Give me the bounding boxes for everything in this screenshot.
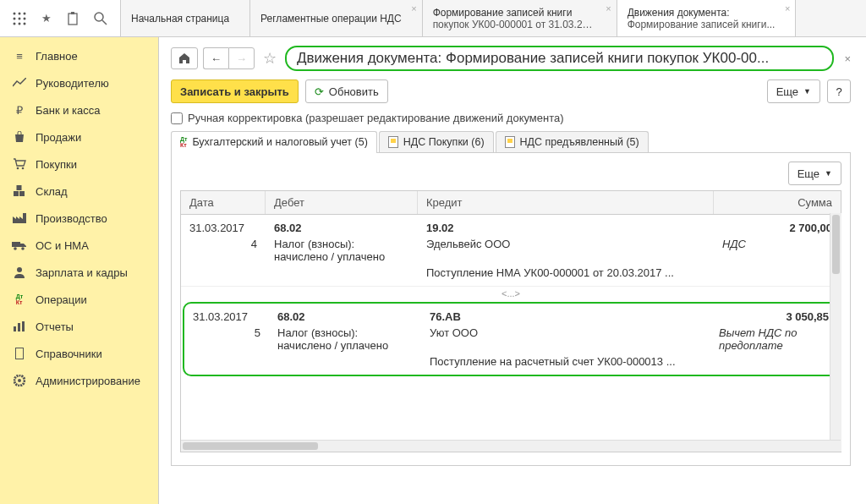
person-icon [12,265,27,280]
close-icon[interactable]: × [785,3,790,14]
tab-document-movements[interactable]: Движения документа: Формирование записей… [617,0,797,36]
checkbox-label: Ручная корректировка (разрешает редактир… [188,112,564,124]
panel: Еще▼ Дата Дебет Кредит Сумма 31.03.2017 … [171,153,851,466]
refresh-button[interactable]: ⟳ Обновить [305,79,388,103]
sidebar-item-purchases[interactable]: Покупки [0,151,158,178]
sidebar-item-label: Главное [36,50,78,63]
sidebar: ≡Главное Руководителю ₽Банк и касса Прод… [0,37,159,504]
cart-icon [12,156,27,172]
sidebar-item-operations[interactable]: ДтКтОперации [0,286,158,313]
button-label: Обновить [329,85,379,98]
sidebar-item-payroll[interactable]: Зарплата и кадры [0,259,158,286]
boxes-icon [12,184,27,199]
apps-icon[interactable] [12,11,27,26]
sidebar-item-sales[interactable]: Продажи [0,123,158,151]
table-row[interactable]: 31.03.2017 68.02 19.02 2 700,00 4 Налог … [181,215,841,287]
manual-correction-checkbox[interactable] [171,112,183,124]
chevron-down-icon: ▼ [803,87,811,96]
subtab-accounting[interactable]: ДтКт Бухгалтерский и налоговый учет (5) [171,131,377,152]
cell-debit-account: 68.02 [269,309,421,325]
close-icon[interactable]: × [606,3,611,14]
sidebar-item-main[interactable]: ≡Главное [0,42,158,69]
back-button[interactable]: ← [203,47,228,69]
svg-point-13 [17,167,19,170]
star-icon[interactable]: ★ [39,11,54,26]
home-button[interactable] [171,47,198,69]
sidebar-item-directories[interactable]: Справочники [0,340,158,367]
tab-vat-operations[interactable]: Регламентные операции НДС × [250,0,423,36]
sidebar-item-manager[interactable]: Руководителю [0,69,158,96]
sidebar-item-production[interactable]: Производство [0,205,158,232]
svg-point-1 [19,12,21,14]
tab-start-page[interactable]: Начальная страница [121,0,250,36]
svg-rect-22 [14,326,16,331]
top-toolbar: ★ Начальная страница Регламентные операц… [0,0,866,37]
ruble-icon: ₽ [12,102,27,118]
sidebar-item-admin[interactable]: Администрирование [0,367,158,394]
cell-credit-party: Эдельвейс ООО [418,236,714,265]
svg-point-4 [19,17,21,19]
grid-body[interactable]: 31.03.2017 68.02 19.02 2 700,00 4 Налог … [181,215,841,440]
horizontal-scrollbar[interactable] [181,440,841,452]
book-icon [12,346,27,361]
svg-point-0 [14,12,16,14]
cell-note: НДС [714,236,841,265]
svg-rect-15 [14,191,19,196]
column-header-debit[interactable]: Дебет [266,191,418,214]
tab-sublabel: Формирование записей книги... [628,19,776,30]
tab-label: Движения документа: [628,7,776,19]
table-row[interactable]: 31.03.2017 68.02 76.АВ 3 050,85 5 Налог … [183,302,839,376]
forward-button[interactable]: → [228,47,255,69]
tab-book-entries[interactable]: Формирование записей книги покупок УК00-… [423,0,617,36]
manual-correction-row: Ручная корректировка (разрешает редактир… [171,112,851,124]
subtab-label: НДС предъявленный (5) [520,136,639,148]
svg-point-8 [24,22,26,25]
sidebar-item-label: Справочники [36,348,102,360]
toolbar-icon-group: ★ [0,0,121,36]
svg-point-14 [22,167,25,170]
subtabs: ДтКт Бухгалтерский и налоговый учет (5) … [171,131,851,153]
svg-rect-23 [18,323,20,331]
close-icon[interactable]: × [411,3,416,14]
dk-icon: ДтКт [12,292,27,307]
subtab-label: Бухгалтерский и налоговый учет (5) [192,136,367,148]
more-button[interactable]: Еще▼ [767,79,820,103]
sidebar-item-label: Операции [36,293,87,306]
svg-line-12 [102,20,107,25]
search-icon[interactable] [93,11,108,26]
subtab-vat-presented[interactable]: НДС предъявленный (5) [496,131,649,152]
ellipsis-row: <...> [181,287,841,300]
cell-credit-account: 76.АВ [421,309,710,325]
cell-credit-doc: Поступление НМА УК00-000001 от 20.03.201… [418,265,714,281]
grid: Дата Дебет Кредит Сумма 31.03.2017 68.02… [180,190,841,452]
sidebar-item-label: Банк и касса [36,104,101,117]
sidebar-item-reports[interactable]: Отчеты [0,313,158,340]
clipboard-icon[interactable] [66,11,81,26]
gear-icon [12,373,27,388]
help-button[interactable]: ? [827,79,851,103]
close-page-icon[interactable]: × [839,52,851,65]
sidebar-item-label: ОС и НМА [36,239,89,252]
vertical-scrollbar[interactable] [830,213,841,452]
sidebar-item-assets[interactable]: ОС и НМА [0,232,158,259]
column-header-sum[interactable]: Сумма [714,191,841,214]
column-header-date[interactable]: Дата [181,191,266,214]
cell-sum: 3 050,85 [710,309,837,325]
svg-point-2 [24,12,26,14]
svg-point-5 [24,17,26,19]
cell-credit-party: Уют ООО [421,325,710,353]
column-header-credit[interactable]: Кредит [418,191,714,214]
save-close-button[interactable]: Записать и закрыть [171,79,299,103]
svg-point-21 [17,267,22,272]
subtab-vat-purchases[interactable]: НДС Покупки (6) [379,131,494,152]
dk-icon: ДтКт [180,136,187,148]
favorite-icon[interactable]: ☆ [260,49,280,68]
sidebar-item-warehouse[interactable]: Склад [0,178,158,205]
sidebar-item-label: Руководителю [36,77,109,90]
tab-label: Начальная страница [131,13,229,25]
grid-more-button[interactable]: Еще▼ [788,162,841,185]
cell-note: Вычет НДС по предоплате [710,325,837,353]
sidebar-item-bank[interactable]: ₽Банк и касса [0,96,158,123]
svg-rect-26 [16,348,23,359]
truck-icon [12,238,27,253]
